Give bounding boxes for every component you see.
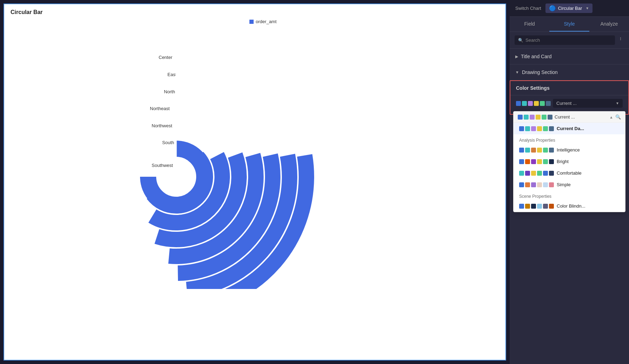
swatch-3 [528,101,533,106]
accordion-title-card-label: Title and Card [521,54,551,59]
color-palette-dropdown-arrow: ▼ [616,101,619,105]
swatch-1 [516,101,521,106]
color-selector-row: Current ... ▼ [510,95,628,111]
tab-field[interactable]: Field [510,17,549,32]
dropdown-item-bright[interactable]: Bright [514,156,625,167]
current-swatches [516,101,551,106]
swatch-2 [522,101,527,106]
color-blind-swatches [519,204,554,209]
dropdown-search-icon[interactable]: 🔍 [615,114,621,120]
chart-canvas: order_amt Center East North Northeast No… [4,15,505,360]
search-icon: 🔍 [518,38,523,43]
dropdown-selected-row[interactable]: Current ... ▲ 🔍 [514,112,625,123]
current-da-swatches [519,126,554,131]
color-dropdown: Current ... ▲ 🔍 Current Da... [513,111,625,212]
more-options-button[interactable]: ··· [618,37,624,44]
legend-color-swatch [250,20,254,24]
chevron-down-icon: ▼ [515,70,519,74]
accordion-drawing-section-header[interactable]: ▼ Drawing Section [510,65,629,80]
bright-swatches [519,159,554,164]
intelligence-swatches [519,148,554,153]
dropdown-item-intelligence-label: Intelligence [557,147,580,153]
dropdown-header-swatches [518,115,552,120]
dropdown-header-label: Current ... [555,114,607,120]
accordion-title-card-header[interactable]: ▶ Title and Card [510,49,629,64]
chevron-right-icon: ▶ [515,54,518,59]
accordion-title-card: ▶ Title and Card [510,49,629,65]
chart-type-icon: 🔵 [549,5,556,12]
chart-legend: order_amt [250,19,277,24]
switch-chart-button[interactable]: Switch Chart [515,6,541,11]
dropdown-item-simple[interactable]: Simple [514,179,625,190]
search-input[interactable] [525,38,611,43]
search-container: 🔍 ··· [510,32,629,49]
dropdown-item-comfortable[interactable]: Comfortable [514,167,625,179]
color-settings-header: Color Settings [510,81,628,95]
dropdown-item-color-blind-label: Color Blindn... [557,203,585,209]
switch-bar: Switch Chart 🔵 Circular Bar ▼ [510,0,629,17]
chart-type-selector[interactable]: 🔵 Circular Bar ▼ [545,4,593,13]
dropdown-item-intelligence[interactable]: Intelligence [514,144,625,156]
dropdown-section-scene: Scene Properties [514,190,625,200]
chart-type-label: Circular Bar [558,6,582,11]
dropdown-item-current-da[interactable]: Current Da... [514,123,625,134]
color-settings-panel: Color Settings Current ... ▼ [510,80,629,115]
chart-area: Circular Bar order_amt Center East North… [4,4,506,360]
chart-type-dropdown-arrow: ▼ [585,6,589,10]
accordion-drawing-section-label: Drawing Section [522,69,558,75]
circular-bar-svg [25,26,341,289]
legend-label: order_amt [256,19,277,24]
dropdown-section-analysis: Analysis Properties [514,134,625,144]
color-palette-selected-label: Current ... [556,101,577,106]
search-input-wrap: 🔍 [515,35,615,45]
dropdown-item-bright-label: Bright [557,159,569,164]
accordion-drawing-section: ▼ Drawing Section [510,65,629,80]
tab-analyze[interactable]: Analyze [589,17,629,32]
dropdown-item-comfortable-label: Comfortable [557,170,582,176]
comfortable-swatches [519,171,554,176]
swatch-5 [540,101,545,106]
chart-title: Circular Bar [4,4,505,15]
right-panel: Switch Chart 🔵 Circular Bar ▼ Field Styl… [510,0,629,364]
tabs: Field Style Analyze [510,17,629,32]
chevron-up-icon: ▲ [609,115,613,119]
dropdown-item-current-da-label: Current Da... [557,126,584,131]
dropdown-item-color-blind[interactable]: Color Blindn... [514,200,625,212]
swatch-4 [534,101,539,106]
swatch-6 [546,101,551,106]
color-palette-dropdown-trigger[interactable]: Current ... ▼ [553,99,623,108]
tab-style[interactable]: Style [549,17,589,32]
simple-swatches [519,182,554,187]
dropdown-item-simple-label: Simple [557,182,571,187]
